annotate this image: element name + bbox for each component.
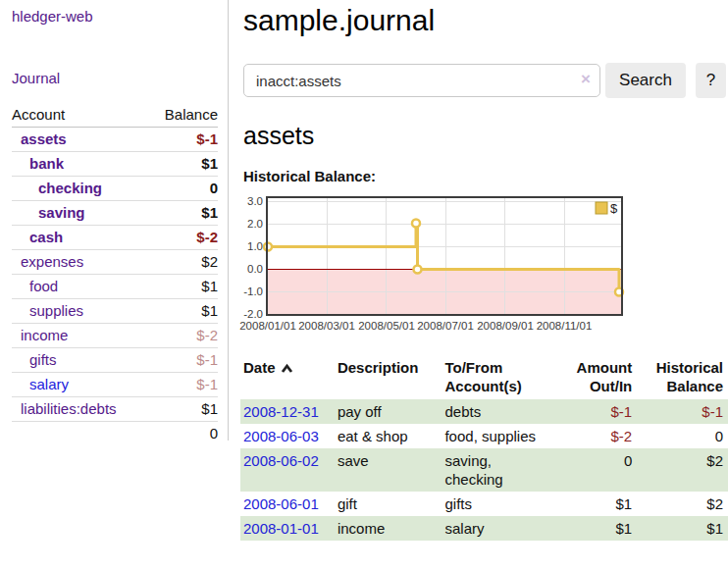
- page-title: sample.journal: [243, 4, 728, 37]
- account-row-food: food $1: [12, 275, 218, 299]
- account-row-supplies: supplies $1: [12, 299, 218, 324]
- transaction-description: eat & shop: [338, 424, 445, 448]
- account-balance: $1: [148, 299, 218, 324]
- account-row-assets: assets $-1: [12, 128, 218, 152]
- transaction-tofrom: food, supplies: [444, 424, 568, 448]
- account-link-food[interactable]: food: [12, 278, 58, 295]
- clear-search-icon[interactable]: ×: [581, 70, 591, 89]
- account-link-income[interactable]: income: [12, 327, 68, 344]
- register-table: Date Description To/From Account(s) Amou…: [240, 356, 728, 541]
- header-balance: Historical Balance: [637, 356, 728, 399]
- legend-label: $: [610, 201, 618, 216]
- account-balance: $2: [148, 250, 218, 275]
- account-row-saving: saving $1: [12, 201, 218, 226]
- table-row: 2008-06-01 gift gifts $1 $2: [240, 492, 728, 516]
- account-heading: assets: [243, 122, 728, 150]
- transaction-balance: $2: [637, 448, 728, 492]
- table-row: 2008-06-03 eat & shop food, supplies $-2…: [240, 424, 728, 448]
- accounts-table: Account Balance assets $-1 bank $1 check…: [12, 103, 218, 445]
- account-link-cash[interactable]: cash: [12, 229, 63, 246]
- account-row-checking: checking 0: [12, 177, 218, 201]
- account-row-income: income $-2: [12, 324, 218, 348]
- transaction-amount: $-1: [569, 399, 638, 424]
- transaction-date-link[interactable]: 2008-06-02: [243, 452, 319, 469]
- transaction-date-link[interactable]: 2008-06-01: [243, 495, 319, 512]
- account-row-salary: salary $-1: [12, 373, 218, 397]
- account-link-salary[interactable]: salary: [12, 376, 69, 393]
- header-date-label: Date: [243, 359, 276, 376]
- account-balance: $-1: [148, 373, 218, 397]
- x-axis-labels: 2008/01/01 2008/03/01 2008/05/01 2008/07…: [240, 319, 633, 336]
- account-link-bank[interactable]: bank: [12, 155, 64, 173]
- chart-title: Historical Balance:: [243, 168, 728, 184]
- transaction-tofrom: gifts: [444, 492, 568, 516]
- x-tick: 2008/11/01: [530, 320, 598, 332]
- account-balance: 0: [148, 177, 218, 201]
- transaction-date-link[interactable]: 2008-01-01: [243, 520, 319, 537]
- header-date[interactable]: Date: [240, 356, 338, 399]
- accounts-total-balance: 0: [148, 422, 218, 446]
- x-tick: 2008/03/01: [292, 320, 361, 332]
- transaction-amount: $1: [569, 516, 638, 541]
- account-link-liabilities-debts[interactable]: liabilities:debts: [12, 400, 117, 418]
- transaction-description: income: [338, 516, 445, 541]
- help-button[interactable]: ?: [696, 63, 726, 98]
- account-row-bank: bank $1: [12, 152, 218, 177]
- sort-ascending-icon: [281, 363, 293, 374]
- legend-swatch: [596, 202, 607, 214]
- accounts-header-balance: Balance: [148, 103, 218, 128]
- account-row-liabilities-debts: liabilities:debts $1: [12, 397, 218, 422]
- search-bar: × Search ?: [243, 63, 728, 98]
- table-row: 2008-01-01 income salary $1 $1: [240, 516, 728, 541]
- transaction-date-link[interactable]: 2008-12-31: [243, 403, 319, 420]
- app-title-link[interactable]: hledger-web: [12, 8, 218, 25]
- transaction-amount: 0: [569, 448, 638, 492]
- account-link-supplies[interactable]: supplies: [12, 302, 83, 320]
- y-tick: 2.0: [247, 218, 263, 230]
- search-input-wrap: ×: [243, 64, 600, 97]
- account-balance: $-1: [148, 128, 218, 152]
- account-balance: $1: [148, 397, 218, 422]
- transaction-description: gift: [338, 492, 445, 516]
- sidebar-item-journal[interactable]: Journal: [12, 70, 218, 86]
- transaction-balance: $1: [637, 516, 728, 541]
- account-link-expenses[interactable]: expenses: [12, 253, 83, 271]
- transaction-date-link[interactable]: 2008-06-03: [243, 428, 319, 444]
- transaction-balance: $2: [637, 492, 728, 516]
- transaction-amount: $-2: [569, 424, 638, 448]
- account-link-gifts[interactable]: gifts: [12, 351, 57, 369]
- account-row-gifts: gifts $-1: [12, 348, 218, 373]
- account-row-cash: cash $-2: [12, 226, 218, 250]
- transaction-description: save: [338, 448, 445, 492]
- y-tick: 3.0: [247, 195, 263, 207]
- accounts-header-row: Account Balance: [12, 103, 218, 128]
- y-axis-labels: 3.0 2.0 1.0 0.0 -1.0 -2.0: [243, 195, 263, 319]
- transaction-tofrom: salary: [444, 516, 568, 541]
- register-header-row: Date Description To/From Account(s) Amou…: [240, 356, 728, 399]
- account-row-expenses: expenses $2: [12, 250, 218, 275]
- search-input[interactable]: [243, 64, 600, 97]
- search-button[interactable]: Search: [605, 63, 686, 98]
- account-link-assets[interactable]: assets: [12, 130, 67, 148]
- table-row: 2008-06-02 save saving, checking 0 $2: [240, 448, 728, 492]
- transaction-balance: 0: [637, 424, 728, 448]
- account-balance: $-1: [148, 348, 218, 373]
- accounts-total-row: 0: [12, 422, 218, 446]
- account-balance: $-2: [148, 324, 218, 348]
- sidebar: hledger-web Journal Account Balance asse…: [0, 0, 229, 441]
- account-balance: $-2: [148, 226, 218, 250]
- transaction-tofrom: saving, checking: [444, 448, 568, 492]
- accounts-header-account: Account: [12, 103, 148, 128]
- transaction-balance: $-1: [637, 399, 728, 424]
- main-content: sample.journal × Search ? assets Histori…: [229, 0, 728, 571]
- table-row: 2008-12-31 pay off debts $-1 $-1: [240, 399, 728, 424]
- account-balance: $1: [148, 152, 218, 177]
- y-tick: 1.0: [247, 240, 263, 252]
- transaction-amount: $1: [569, 492, 638, 516]
- y-tick: 0.0: [247, 263, 263, 275]
- transaction-tofrom: debts: [444, 399, 568, 424]
- account-link-saving[interactable]: saving: [12, 204, 85, 222]
- account-link-checking[interactable]: checking: [12, 180, 102, 197]
- transaction-description: pay off: [338, 399, 445, 424]
- header-amount: Amount Out/In: [569, 356, 638, 399]
